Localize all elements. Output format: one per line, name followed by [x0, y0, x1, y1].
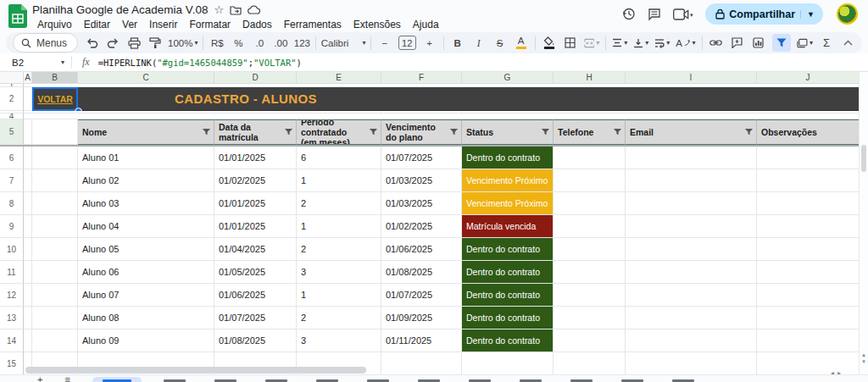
cell-status[interactable]: Matrícula vencida: [462, 215, 554, 238]
cell-periodo[interactable]: 2: [297, 192, 381, 215]
cell-data-matricula[interactable]: 01/02/2025: [214, 169, 297, 192]
cell-observacoes[interactable]: [757, 238, 860, 261]
meet-camera-icon[interactable]: ▾: [673, 8, 693, 20]
strikethrough-button[interactable]: S: [492, 34, 508, 52]
column-header-F[interactable]: F: [381, 72, 462, 84]
insert-comment-button[interactable]: [730, 34, 745, 52]
cell-email[interactable]: [626, 192, 757, 215]
active-sheet-tab[interactable]: [92, 377, 142, 382]
cell-data-matricula[interactable]: 01/01/2025: [214, 147, 297, 169]
create-filter-button[interactable]: [772, 34, 792, 52]
search-menus-button[interactable]: Menus: [13, 33, 78, 53]
zoom-select[interactable]: 100%▾: [169, 34, 197, 52]
cell-observacoes[interactable]: [757, 284, 860, 307]
cell-periodo[interactable]: 6: [297, 147, 381, 169]
header-email[interactable]: Email: [626, 119, 757, 145]
share-button[interactable]: Compartilhar ▼: [705, 3, 823, 25]
row-number[interactable]: 4: [0, 113, 24, 119]
cell-telefone[interactable]: [554, 147, 626, 169]
column-header-H[interactable]: H: [554, 72, 626, 84]
cell-nome[interactable]: Aluno 01: [78, 147, 214, 169]
cell-vencimento[interactable]: 01/03/2025: [381, 169, 462, 192]
vertical-scrollbar-thumb[interactable]: [861, 145, 866, 172]
fill-color-button[interactable]: [542, 34, 557, 52]
cell-email[interactable]: [626, 215, 757, 238]
row-number[interactable]: 8: [0, 192, 24, 215]
row-number[interactable]: 13: [0, 307, 24, 329]
cell-nome[interactable]: Aluno 03: [78, 192, 214, 215]
insert-chart-button[interactable]: [751, 34, 766, 52]
selection-fill-handle[interactable]: [75, 108, 82, 111]
print-button[interactable]: [126, 34, 142, 52]
cell-email[interactable]: [626, 261, 757, 284]
cell-observacoes[interactable]: [757, 215, 860, 238]
decrease-decimals-button[interactable]: .0: [252, 34, 267, 52]
text-rotation-button[interactable]: A▾: [676, 34, 695, 52]
cell-data-matricula[interactable]: 01/01/2025: [214, 192, 297, 215]
cell-data-matricula[interactable]: 01/04/2025: [214, 238, 297, 261]
cell-vencimento[interactable]: 01/07/2025: [381, 284, 462, 307]
header-observacoes[interactable]: Observações: [757, 119, 860, 145]
cell-status[interactable]: Dentro do contrato: [462, 284, 554, 307]
cell-periodo[interactable]: 1: [297, 215, 381, 238]
insert-link-button[interactable]: [709, 34, 724, 52]
decrease-font-size-button[interactable]: −: [377, 34, 392, 52]
all-sheets-button[interactable]: ≡: [64, 375, 70, 382]
cell-periodo[interactable]: 2: [297, 307, 381, 329]
version-history-icon[interactable]: [621, 7, 636, 21]
column-header-C[interactable]: C: [78, 72, 214, 84]
cell-vencimento[interactable]: 01/07/2025: [381, 147, 462, 169]
move-folder-icon[interactable]: [230, 5, 242, 15]
vertical-scrollbar[interactable]: ▴▾: [859, 72, 868, 375]
select-all-corner[interactable]: [0, 72, 24, 84]
cell-vencimento[interactable]: 01/08/2025: [381, 261, 462, 284]
cell-vencimento[interactable]: 01/09/2025: [381, 307, 462, 329]
cell-email[interactable]: [626, 284, 757, 307]
cell-telefone[interactable]: [554, 307, 626, 329]
cell-observacoes[interactable]: [757, 261, 860, 284]
redo-button[interactable]: [105, 34, 120, 52]
cell-data-matricula[interactable]: 01/08/2025: [214, 329, 297, 352]
vertical-align-button[interactable]: ▾: [633, 34, 648, 52]
paint-format-button[interactable]: [147, 34, 163, 52]
cell-nome[interactable]: Aluno 09: [78, 329, 214, 352]
column-header-E[interactable]: E: [297, 72, 381, 84]
cell-observacoes[interactable]: [757, 329, 860, 352]
header-periodo[interactable]: Período contratado (em meses): [297, 119, 381, 145]
cell-nome[interactable]: Aluno 07: [78, 284, 214, 307]
cell-nome[interactable]: Aluno 05: [78, 238, 214, 261]
cell-telefone[interactable]: [554, 284, 626, 307]
cell-status[interactable]: Dentro do contrato: [462, 261, 554, 284]
document-title[interactable]: Planilha Google de Academia V.08: [32, 3, 208, 16]
account-avatar[interactable]: [837, 3, 858, 25]
cell-observacoes[interactable]: [757, 169, 860, 192]
cell-vencimento[interactable]: 01/11/2025: [381, 329, 462, 352]
menu-arquivo[interactable]: Arquivo: [32, 18, 77, 31]
functions-button[interactable]: Σ: [819, 34, 834, 52]
header-vencimento[interactable]: Vencimento do plano: [381, 119, 462, 145]
sheets-logo-icon[interactable]: [8, 4, 27, 31]
cell-email[interactable]: [626, 169, 757, 192]
cell-telefone[interactable]: [554, 169, 626, 192]
comments-icon[interactable]: [648, 8, 661, 21]
cell-telefone[interactable]: [554, 192, 626, 215]
cloud-status-icon[interactable]: [248, 5, 260, 14]
row-number[interactable]: 6: [0, 147, 24, 169]
menu-dados[interactable]: Dados: [237, 18, 277, 31]
voltar-link-cell[interactable]: VOLTAR: [32, 87, 78, 111]
row-number[interactable]: 7: [0, 169, 24, 192]
percent-format-button[interactable]: %: [231, 34, 246, 52]
menu-formatar[interactable]: Formatar: [184, 18, 236, 31]
merge-cells-button[interactable]: ▾: [584, 34, 600, 52]
filter-views-button[interactable]: ▾: [797, 34, 813, 52]
share-dropdown-caret[interactable]: ▼: [800, 10, 820, 19]
cell-data-matricula[interactable]: 01/06/2025: [214, 284, 297, 307]
cell-periodo[interactable]: 1: [297, 169, 381, 192]
currency-format-button[interactable]: R$: [209, 34, 225, 52]
cell-email[interactable]: [626, 147, 757, 169]
cell-email[interactable]: [626, 238, 757, 261]
header-telefone[interactable]: Telefone: [554, 119, 626, 145]
cell-status[interactable]: Dentro do contrato: [462, 238, 554, 261]
cell-status[interactable]: Dentro do contrato: [462, 147, 554, 169]
increase-font-size-button[interactable]: +: [422, 34, 437, 52]
